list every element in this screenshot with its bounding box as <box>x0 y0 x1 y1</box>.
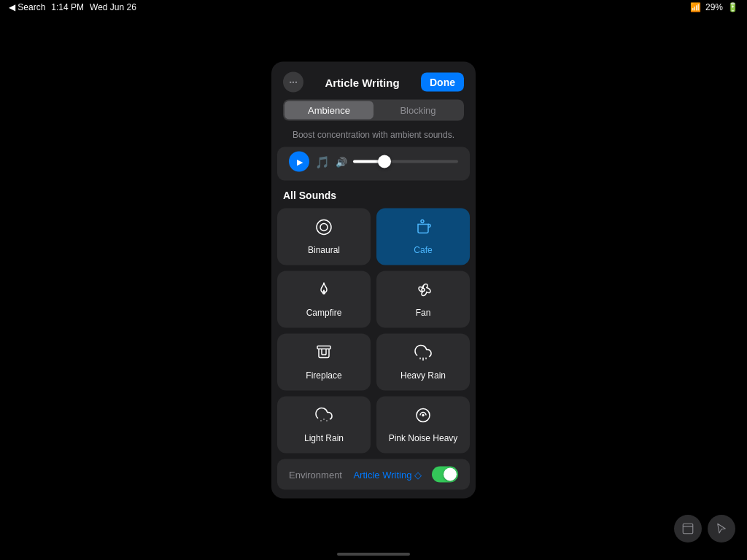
sound-heavy-rain[interactable]: Heavy Rain <box>376 334 470 391</box>
environment-toggle[interactable] <box>432 467 458 483</box>
campfire-icon <box>315 281 333 303</box>
sound-fireplace[interactable]: Fireplace <box>277 334 371 391</box>
sound-binaural[interactable]: Binaural <box>277 209 371 265</box>
heavy-rain-label: Heavy Rain <box>400 370 446 381</box>
time: 1:14 PM <box>51 2 84 12</box>
heavy-rain-icon <box>414 344 432 366</box>
sound-light-rain[interactable]: Light Rain <box>277 397 371 454</box>
home-indicator <box>337 553 410 556</box>
pink-noise-icon <box>414 407 432 429</box>
light-rain-label: Light Rain <box>304 433 344 443</box>
sound-cafe[interactable]: Cafe <box>376 209 470 265</box>
tab-blocking[interactable]: Blocking <box>374 101 462 120</box>
toggle-thumb <box>444 468 457 481</box>
menu-button[interactable]: ··· <box>283 72 303 93</box>
pink-noise-label: Pink Noise Heavy <box>389 433 458 443</box>
svg-rect-2 <box>317 346 330 349</box>
modal: ··· Article Writing Done Ambience Blocki… <box>271 62 476 499</box>
environment-row: Environment Article Writing ◇ <box>277 459 470 490</box>
battery-icon: 🔋 <box>727 2 738 12</box>
menu-dots-icon: ··· <box>289 77 298 88</box>
volume-icon: 🔊 <box>336 156 347 167</box>
done-button[interactable]: Done <box>421 73 464 92</box>
audio-controls: ▶ 🎵 🔊 <box>277 147 470 181</box>
modal-header: ··· Article Writing Done <box>271 62 476 100</box>
section-label: All Sounds <box>271 190 476 209</box>
tab-ambience[interactable]: Ambience <box>285 101 374 120</box>
back-search[interactable]: ◀ Search <box>9 2 45 12</box>
window-icon <box>681 522 694 535</box>
play-icon: ▶ <box>297 157 303 166</box>
sound-pink-noise[interactable]: Pink Noise Heavy <box>376 397 470 454</box>
environment-value[interactable]: Article Writing ◇ <box>353 469 422 480</box>
fan-icon <box>414 281 432 303</box>
description-text: Boost concentration with ambient sounds. <box>271 130 476 147</box>
campfire-label: Campfire <box>306 308 342 318</box>
date: Wed Jun 26 <box>90 2 136 12</box>
volume-thumb[interactable] <box>378 155 391 168</box>
corner-buttons <box>674 515 735 542</box>
svg-point-10 <box>422 415 424 416</box>
svg-point-1 <box>422 289 425 292</box>
volume-slider[interactable] <box>353 160 458 163</box>
wifi-icon: 📶 <box>690 2 701 12</box>
status-bar: ◀ Search 1:14 PM Wed Jun 26 📶 29% 🔋 <box>0 0 747 15</box>
play-button[interactable]: ▶ <box>289 152 309 172</box>
modal-wrapper: ··· Article Writing Done Ambience Blocki… <box>271 62 476 499</box>
modal-title: Article Writing <box>325 76 399 88</box>
window-button[interactable] <box>674 515 702 542</box>
cursor-button[interactable] <box>708 515 735 542</box>
sound-fan[interactable]: Fan <box>376 271 470 328</box>
battery-level: 29% <box>705 2 723 12</box>
binaural-label: Binaural <box>308 245 340 255</box>
environment-label: Environment <box>289 469 342 480</box>
music-note-icon: 🎵 <box>315 155 330 168</box>
binaural-icon <box>315 219 333 241</box>
fireplace-label: Fireplace <box>306 370 341 381</box>
light-rain-icon <box>315 407 333 429</box>
cafe-icon <box>414 219 432 241</box>
fireplace-icon <box>315 344 333 366</box>
sound-campfire[interactable]: Campfire <box>277 271 371 328</box>
fan-label: Fan <box>416 308 431 318</box>
cursor-icon <box>715 522 728 535</box>
svg-rect-11 <box>683 524 693 534</box>
svg-point-0 <box>320 224 328 231</box>
sound-grid: Binaural Cafe <box>271 209 476 454</box>
cafe-label: Cafe <box>414 245 432 255</box>
tab-bar: Ambience Blocking <box>283 100 464 121</box>
